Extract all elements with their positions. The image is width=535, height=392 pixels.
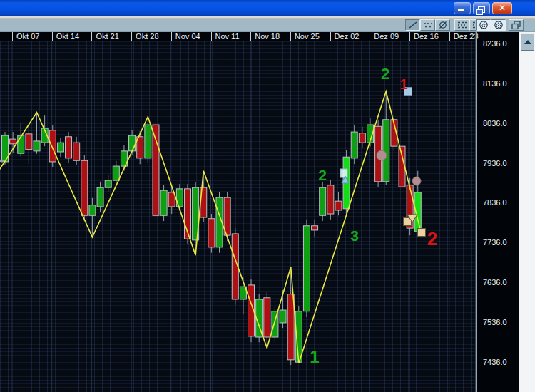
hatched-circle-icon — [478, 20, 489, 30]
close-icon: ✕ — [499, 3, 506, 13]
date-separator — [250, 32, 251, 41]
candle-body — [312, 226, 318, 230]
candle-body — [287, 294, 294, 360]
price-label: 8136.0 — [483, 79, 507, 88]
candle-body — [57, 143, 63, 152]
application-window: ✕ Okt 07Okt 14Okt 21Okt 28Nov 04Nov 11No… — [0, 0, 535, 392]
wave-count-label: 3 — [350, 227, 359, 244]
candle-body — [81, 160, 88, 215]
sphere-1-button[interactable] — [476, 19, 491, 31]
price-label: 7736.0 — [483, 238, 507, 247]
price-label: 7936.0 — [483, 159, 507, 167]
date-label: Nov 04 — [175, 32, 200, 41]
dash-pattern-icon — [457, 20, 468, 30]
candle-body — [26, 134, 32, 150]
date-label: Okt 21 — [96, 32, 118, 41]
date-separator — [449, 32, 450, 41]
candle-body — [208, 219, 215, 247]
candle-body — [160, 190, 167, 215]
price-label: 8036.0 — [483, 119, 507, 128]
price-label: 7636.0 — [483, 278, 507, 287]
date-separator — [290, 32, 291, 41]
dot-marker — [377, 150, 387, 160]
dot-marker — [412, 177, 421, 185]
candle-body — [97, 187, 103, 207]
date-separator — [131, 32, 132, 41]
date-separator — [409, 32, 410, 41]
dash-marker — [0, 160, 4, 162]
dash-pattern-1-button[interactable] — [454, 19, 469, 31]
minimize-icon — [458, 9, 464, 11]
candle-body — [327, 185, 334, 214]
line-icon — [407, 20, 419, 30]
date-label: Okt 07 — [16, 32, 39, 41]
candle-body — [49, 130, 56, 162]
restore-button[interactable] — [473, 2, 490, 14]
candle-body — [66, 137, 72, 158]
candle-body — [89, 205, 96, 216]
tan-square-marker — [418, 229, 426, 237]
date-separator — [91, 32, 92, 41]
candle-body — [73, 143, 80, 160]
cascade-windows-icon — [511, 20, 522, 30]
chart-plot-area[interactable]: 212312 — [0, 41, 475, 392]
date-axis[interactable]: Okt 07Okt 14Okt 21Okt 28Nov 04Nov 11Nov … — [0, 32, 519, 41]
candle-body — [168, 192, 175, 207]
candle-body — [129, 135, 136, 151]
dashed-line-icon — [422, 20, 434, 30]
title-bar[interactable]: ✕ — [0, 0, 535, 16]
candle-body — [335, 201, 342, 210]
dashed-line-tool-button[interactable] — [420, 19, 435, 31]
price-label: 7436.0 — [483, 358, 507, 366]
candle-body — [351, 132, 357, 158]
candle-body — [10, 139, 16, 144]
price-axis[interactable]: 8236.08136.08036.07936.07836.07736.07636… — [477, 41, 519, 392]
cascade-windows-button[interactable] — [509, 19, 524, 31]
date-label: Nov 18 — [255, 32, 280, 41]
date-separator — [171, 32, 172, 41]
candle-body — [105, 180, 111, 187]
date-label: Okt 28 — [136, 32, 158, 41]
empty-set-icon — [437, 20, 449, 30]
candle-body — [280, 310, 286, 323]
sphere-2-button[interactable] — [491, 19, 506, 31]
price-label: 7536.0 — [483, 318, 507, 326]
hatched-circle-dense-icon — [493, 20, 504, 30]
date-label: Nov 25 — [295, 32, 320, 41]
flag-marker — [340, 169, 347, 177]
candle-body — [145, 125, 151, 158]
wave-count-label: 2 — [427, 228, 437, 250]
candle-body — [34, 141, 40, 151]
date-separator — [52, 32, 53, 41]
chart-canvas — [0, 41, 475, 392]
date-separator — [211, 32, 212, 41]
toolbar — [0, 19, 535, 32]
scroll-up-button[interactable] — [521, 33, 534, 51]
date-label: Dez 02 — [335, 32, 360, 41]
wave-count-label: 2 — [381, 65, 389, 83]
restore-icon — [478, 6, 485, 13]
candle-body — [320, 187, 326, 215]
date-label: Nov 11 — [215, 32, 240, 41]
price-label: 8236.0 — [483, 41, 507, 48]
minimize-button[interactable] — [454, 2, 471, 14]
vertical-scrollbar[interactable] — [519, 32, 535, 392]
wave-count-label: 2 — [318, 167, 327, 184]
date-label: Dez 16 — [414, 32, 439, 41]
date-separator — [370, 32, 370, 41]
date-label: Dez 09 — [374, 32, 399, 41]
date-separator — [12, 32, 13, 41]
candle-body — [264, 298, 270, 337]
wave-count-label: 1 — [399, 76, 407, 93]
close-button[interactable]: ✕ — [492, 2, 512, 14]
candle-body — [113, 166, 119, 180]
candle-body — [18, 135, 24, 153]
candle-body — [359, 133, 365, 143]
date-separator — [330, 32, 331, 41]
date-label: Okt 14 — [56, 32, 79, 41]
ellipse-tool-button[interactable] — [435, 19, 450, 31]
wave-count-label: 1 — [310, 347, 319, 367]
candle-body — [303, 226, 310, 311]
line-tool-button[interactable] — [405, 19, 420, 31]
price-label: 7836.0 — [483, 198, 507, 207]
